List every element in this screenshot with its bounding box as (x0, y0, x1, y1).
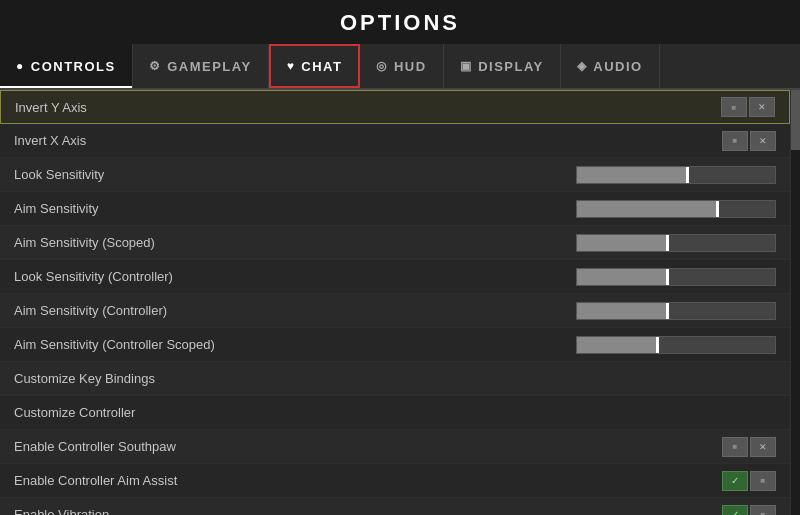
slider-look-sensitivity-controller[interactable] (576, 268, 776, 286)
setting-label-customize-key-bindings: Customize Key Bindings (14, 371, 155, 386)
slider-fill-aim-sensitivity-controller (577, 303, 666, 319)
slider-handle-aim-sensitivity-controller[interactable] (666, 303, 669, 319)
tab-display[interactable]: ▣DISPLAY (444, 44, 561, 88)
audio-icon: ◈ (577, 59, 588, 73)
slider-control-look-sensitivity-controller[interactable] (576, 268, 776, 286)
setting-row-aim-sensitivity-controller-scoped[interactable]: Aim Sensitivity (Controller Scoped) (0, 328, 790, 362)
toggle-check-btn-enable-controller-aim-assist[interactable]: ✓ (722, 471, 748, 491)
setting-row-customize-key-bindings[interactable]: Customize Key Bindings (0, 362, 790, 396)
slider-control-aim-sensitivity-controller[interactable] (576, 302, 776, 320)
toggle-off-btn-enable-controller-southpaw[interactable]: ■ (722, 437, 748, 457)
setting-label-enable-vibration: Enable Vibration (14, 507, 109, 515)
slider-handle-look-sensitivity[interactable] (686, 167, 689, 183)
slider-control-aim-sensitivity-scoped[interactable] (576, 234, 776, 252)
toggle-green-control-enable-vibration[interactable]: ✓ ■ (722, 505, 776, 516)
setting-row-aim-sensitivity[interactable]: Aim Sensitivity (0, 192, 790, 226)
tab-chat[interactable]: ♥CHAT (269, 44, 361, 88)
setting-label-invert-x: Invert X Axis (14, 133, 86, 148)
toggle-green-control-enable-controller-aim-assist[interactable]: ✓ ■ (722, 471, 776, 491)
setting-row-aim-sensitivity-scoped[interactable]: Aim Sensitivity (Scoped) (0, 226, 790, 260)
slider-aim-sensitivity-scoped[interactable] (576, 234, 776, 252)
setting-row-customize-controller[interactable]: Customize Controller (0, 396, 790, 430)
toggle-control-invert-x[interactable]: ■ ✕ (722, 131, 776, 151)
slider-control-look-sensitivity[interactable] (576, 166, 776, 184)
slider-handle-aim-sensitivity-scoped[interactable] (666, 235, 669, 251)
setting-label-aim-sensitivity-controller-scoped: Aim Sensitivity (Controller Scoped) (14, 337, 215, 352)
controls-icon: ● (16, 59, 25, 73)
setting-label-customize-controller: Customize Controller (14, 405, 135, 420)
setting-label-aim-sensitivity-scoped: Aim Sensitivity (Scoped) (14, 235, 155, 250)
setting-row-enable-vibration[interactable]: Enable Vibration ✓ ■ (0, 498, 790, 515)
setting-label-look-sensitivity-controller: Look Sensitivity (Controller) (14, 269, 173, 284)
scrollbar-thumb[interactable] (791, 90, 800, 150)
slider-fill-aim-sensitivity-controller-scoped (577, 337, 656, 353)
scrollbar-track[interactable] (790, 90, 800, 515)
toggle-control-invert-y[interactable]: ■ ✕ (721, 97, 775, 117)
tab-audio[interactable]: ◈AUDIO (561, 44, 660, 88)
toggle-off-btn-enable-controller-aim-assist[interactable]: ■ (750, 471, 776, 491)
tab-label-controls: CONTROLS (31, 59, 116, 74)
tab-label-hud: HUD (394, 59, 427, 74)
display-icon: ▣ (460, 59, 473, 73)
setting-label-aim-sensitivity: Aim Sensitivity (14, 201, 99, 216)
slider-handle-aim-sensitivity-controller-scoped[interactable] (656, 337, 659, 353)
setting-row-aim-sensitivity-controller[interactable]: Aim Sensitivity (Controller) (0, 294, 790, 328)
slider-aim-sensitivity-controller[interactable] (576, 302, 776, 320)
toggle-x-btn-invert-x[interactable]: ✕ (750, 131, 776, 151)
setting-row-enable-controller-aim-assist[interactable]: Enable Controller Aim Assist ✓ ■ (0, 464, 790, 498)
tab-label-chat: CHAT (301, 59, 342, 74)
toggle-control-enable-controller-southpaw[interactable]: ■ ✕ (722, 437, 776, 457)
content-area: Invert Y Axis ■ ✕ Invert X Axis ■ ✕ Look… (0, 90, 800, 515)
setting-label-enable-controller-aim-assist: Enable Controller Aim Assist (14, 473, 177, 488)
setting-row-invert-y[interactable]: Invert Y Axis ■ ✕ (0, 90, 790, 124)
setting-row-look-sensitivity[interactable]: Look Sensitivity (0, 158, 790, 192)
slider-aim-sensitivity[interactable] (576, 200, 776, 218)
setting-label-aim-sensitivity-controller: Aim Sensitivity (Controller) (14, 303, 167, 318)
setting-label-look-sensitivity: Look Sensitivity (14, 167, 104, 182)
setting-label-enable-controller-southpaw: Enable Controller Southpaw (14, 439, 176, 454)
slider-fill-look-sensitivity-controller (577, 269, 666, 285)
slider-control-aim-sensitivity[interactable] (576, 200, 776, 218)
chat-icon: ♥ (287, 59, 296, 73)
tabs-bar: ●CONTROLS⚙GAMEPLAY♥CHAT◎HUD▣DISPLAY◈AUDI… (0, 44, 800, 90)
toggle-x-btn-invert-y[interactable]: ✕ (749, 97, 775, 117)
toggle-off-btn-enable-vibration[interactable]: ■ (750, 505, 776, 516)
setting-row-invert-x[interactable]: Invert X Axis ■ ✕ (0, 124, 790, 158)
tab-hud[interactable]: ◎HUD (360, 44, 443, 88)
setting-row-look-sensitivity-controller[interactable]: Look Sensitivity (Controller) (0, 260, 790, 294)
toggle-x-btn-enable-controller-southpaw[interactable]: ✕ (750, 437, 776, 457)
slider-aim-sensitivity-controller-scoped[interactable] (576, 336, 776, 354)
slider-fill-aim-sensitivity (577, 201, 716, 217)
gameplay-icon: ⚙ (149, 59, 162, 73)
tab-label-display: DISPLAY (478, 59, 544, 74)
setting-label-invert-y: Invert Y Axis (15, 100, 87, 115)
slider-handle-aim-sensitivity[interactable] (716, 201, 719, 217)
settings-list: Invert Y Axis ■ ✕ Invert X Axis ■ ✕ Look… (0, 90, 790, 515)
toggle-check-btn-enable-vibration[interactable]: ✓ (722, 505, 748, 516)
slider-control-aim-sensitivity-controller-scoped[interactable] (576, 336, 776, 354)
tab-gameplay[interactable]: ⚙GAMEPLAY (133, 44, 269, 88)
toggle-off-btn-invert-y[interactable]: ■ (721, 97, 747, 117)
slider-fill-aim-sensitivity-scoped (577, 235, 666, 251)
slider-handle-look-sensitivity-controller[interactable] (666, 269, 669, 285)
slider-fill-look-sensitivity (577, 167, 686, 183)
tab-controls[interactable]: ●CONTROLS (0, 44, 133, 88)
slider-look-sensitivity[interactable] (576, 166, 776, 184)
tab-label-gameplay: GAMEPLAY (167, 59, 251, 74)
tab-label-audio: AUDIO (593, 59, 642, 74)
toggle-off-btn-invert-x[interactable]: ■ (722, 131, 748, 151)
setting-row-enable-controller-southpaw[interactable]: Enable Controller Southpaw ■ ✕ (0, 430, 790, 464)
hud-icon: ◎ (376, 59, 388, 73)
page-title: OPTIONS (0, 0, 800, 44)
